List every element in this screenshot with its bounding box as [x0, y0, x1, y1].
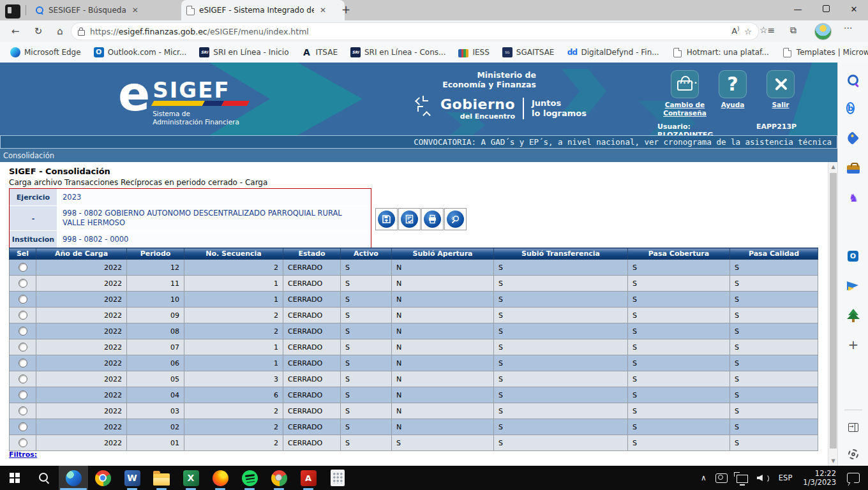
print-button[interactable] — [421, 208, 444, 230]
row-select-radio[interactable] — [19, 438, 27, 447]
close-x-icon — [774, 77, 788, 91]
table-row: 2022071CERRADOSNSSS — [10, 339, 818, 355]
favorites-bar-icon[interactable]: ☆≡ — [760, 25, 775, 35]
bookmark-label: Hotmart: una plataf... — [687, 48, 769, 57]
cell-apertura: N — [392, 403, 494, 419]
sidebar-panel-icon[interactable] — [843, 417, 864, 438]
add-favorite-icon[interactable]: ☆ — [744, 27, 752, 36]
taskbar-acrobat-icon[interactable] — [294, 466, 323, 490]
sidebar-games-icon[interactable] — [843, 188, 864, 208]
change-password-button[interactable]: Cambio deContraseña — [662, 70, 707, 117]
cell-cobertura: S — [628, 403, 730, 419]
close-button[interactable]: ✕ — [840, 0, 868, 19]
network-icon[interactable] — [732, 466, 752, 490]
tab-esigef-active[interactable]: eSIGEF - Sistema Integrado de Ge ✕ — [181, 0, 345, 20]
taskbar-edge-icon[interactable] — [59, 466, 88, 490]
volume-icon[interactable] — [752, 466, 774, 490]
scroll-down-icon[interactable]: ▼ — [828, 456, 837, 466]
validate-checklist-icon — [401, 211, 418, 228]
logout-button[interactable]: Salir — [758, 70, 803, 109]
save-upload-button[interactable] — [375, 208, 398, 230]
taskbar-firefox-icon[interactable] — [206, 466, 235, 490]
bookmark-item[interactable]: DigitalDefynd - Fin... — [562, 45, 664, 60]
sidebar-settings-gear-icon[interactable] — [843, 444, 864, 464]
sidebar-bing-chat-icon[interactable] — [843, 100, 864, 120]
validate-button[interactable] — [398, 208, 421, 230]
maximize-button[interactable] — [812, 0, 840, 19]
minimize-button[interactable]: — — [784, 0, 812, 19]
bookmark-item[interactable]: Microsoft Edge — [5, 45, 86, 60]
search-records-button[interactable] — [444, 208, 467, 230]
taskbar-excel-icon[interactable] — [176, 466, 206, 490]
taskbar-word-icon[interactable] — [117, 466, 147, 490]
bookmark-item[interactable]: ITSAE — [297, 45, 343, 60]
collections-icon[interactable]: ⧉ — [790, 25, 797, 36]
row-select-radio[interactable] — [19, 359, 27, 368]
help-button[interactable]: ? Ayuda — [710, 70, 755, 109]
language-indicator[interactable]: ESP — [774, 466, 797, 490]
row-select-radio[interactable] — [19, 390, 27, 399]
cell-activo: S — [341, 419, 392, 435]
gobierno-logo: Gobierno del Encuentro Juntos lo logramo… — [416, 96, 587, 121]
browser-menu-icon[interactable]: ··· — [844, 23, 852, 33]
bookmark-item[interactable]: SGAITSAE — [497, 45, 560, 60]
home-icon[interactable]: ⌂ — [52, 24, 68, 39]
taskbar-explorer-icon[interactable] — [147, 466, 176, 490]
taskbar-calculator-icon[interactable] — [323, 466, 352, 490]
taskbar-spotify-icon[interactable] — [235, 466, 264, 490]
row-select-radio[interactable] — [19, 406, 27, 415]
row-select-radio[interactable] — [19, 422, 27, 431]
bookmark-label: IESS — [472, 48, 489, 57]
tab-actions-icon[interactable] — [5, 4, 20, 19]
sidebar-drop-icon[interactable] — [843, 276, 864, 296]
read-aloud-icon[interactable]: A) — [731, 26, 739, 36]
taskbar-chrome-profile-icon[interactable] — [264, 466, 294, 490]
meet-now-icon[interactable] — [711, 466, 732, 490]
notification-center-icon[interactable] — [842, 466, 868, 490]
row-select-radio[interactable] — [19, 343, 27, 352]
scrollbar-thumb[interactable] — [830, 173, 837, 449]
row-select-radio[interactable] — [19, 327, 27, 336]
taskbar-start-icon[interactable] — [0, 466, 29, 490]
bookmark-item[interactable]: Hotmart: una plataf... — [667, 45, 774, 60]
new-tab-button[interactable]: + — [340, 4, 352, 17]
tab-close-icon[interactable]: ✕ — [131, 6, 140, 15]
sidebar-outlook-icon[interactable] — [843, 246, 864, 267]
menu-item-consolidacion[interactable]: Consolidación — [3, 151, 54, 160]
refresh-icon[interactable]: ↻ — [31, 24, 46, 39]
row-select-radio[interactable] — [19, 263, 27, 272]
sidebar-tools-icon[interactable] — [843, 158, 864, 179]
row-select-radio[interactable] — [19, 279, 27, 288]
page-scrollbar[interactable]: ▲ ▼ — [828, 162, 837, 466]
sidebar-tree-icon[interactable] — [843, 305, 864, 325]
bookmark-item[interactable]: IESS — [453, 45, 494, 60]
row-select-radio[interactable] — [19, 295, 27, 304]
clock[interactable]: 12:221/3/2023 — [797, 466, 842, 490]
cell-calidad: S — [730, 355, 818, 371]
cell-periodo: 07 — [127, 339, 184, 355]
cell-estado: CERRADO — [283, 371, 341, 387]
sidebar-add-icon[interactable] — [843, 334, 864, 355]
bookmark-item[interactable]: Outlook.com - Micr... — [89, 45, 192, 60]
bookmarks-bar: Microsoft EdgeOutlook.com - Micr...SRI e… — [0, 42, 868, 63]
back-icon[interactable]: ← — [8, 24, 23, 39]
bookmark-item[interactable]: SRI en Línea - Inicio — [194, 45, 294, 60]
sidebar-shopping-icon[interactable] — [843, 129, 864, 149]
row-select-radio[interactable] — [19, 311, 27, 320]
filters-link[interactable]: Filtros: — [9, 450, 37, 459]
tab-sesigef[interactable]: SESIGEF - Búsqueda ✕ — [31, 0, 188, 20]
profile-avatar[interactable] — [814, 23, 832, 40]
sidebar-microsoft-365-icon[interactable] — [843, 217, 864, 237]
taskbar-search-icon[interactable] — [29, 466, 59, 490]
cell-calidad: S — [730, 323, 818, 339]
taskbar-chrome-icon[interactable] — [88, 466, 117, 490]
hidden-icons-chevron-icon[interactable]: ∧ — [696, 466, 711, 490]
tab-close-icon[interactable]: ✕ — [318, 6, 327, 15]
row-select-radio[interactable] — [19, 375, 27, 383]
address-bar[interactable]: https://esigef.finanzas.gob.ec/eSIGEF/me… — [71, 23, 758, 40]
scroll-up-icon[interactable]: ▲ — [828, 162, 837, 172]
cell-secuencia: 1 — [184, 276, 283, 292]
bookmark-item[interactable]: SRI en Línea - Cons... — [345, 45, 451, 60]
bookmark-item[interactable]: Templates | Microw... — [777, 45, 868, 60]
sidebar-search-icon[interactable] — [843, 70, 864, 91]
